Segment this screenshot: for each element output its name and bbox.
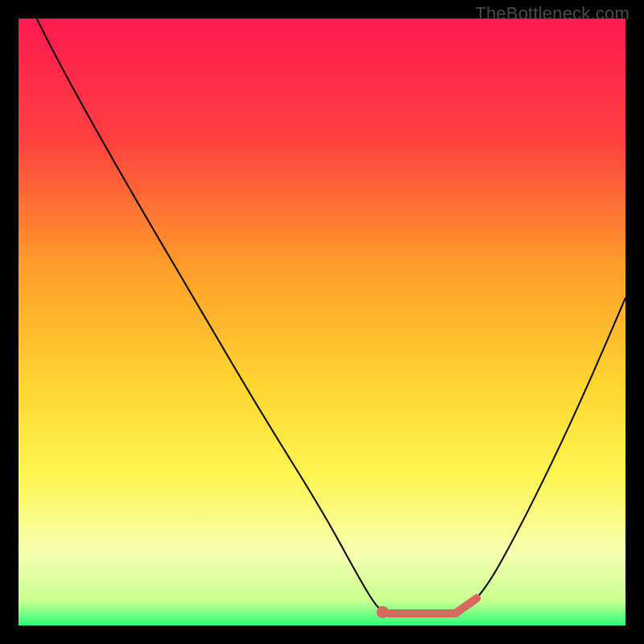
chart-plot-area	[19, 19, 625, 625]
chart-svg	[19, 19, 625, 625]
chart-background	[19, 19, 625, 625]
watermark-label: TheBottleneck.com	[475, 3, 630, 24]
chart-marker-dot	[377, 606, 389, 618]
